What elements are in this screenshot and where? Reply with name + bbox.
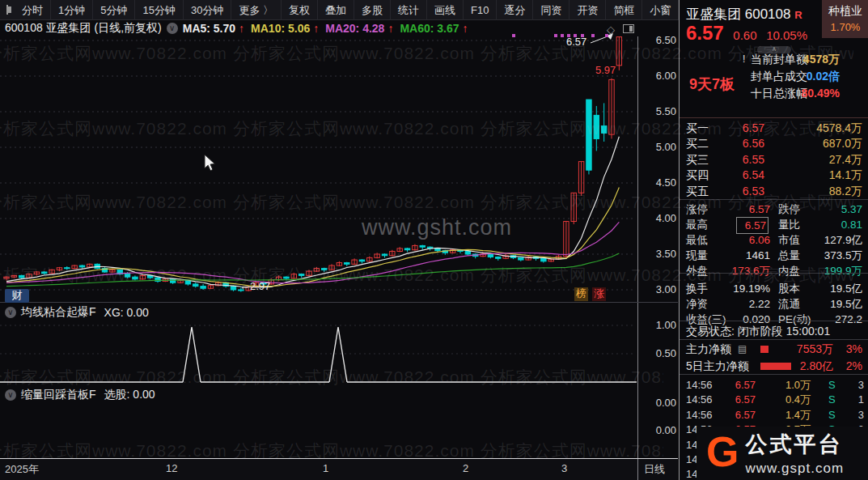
net-inflow-bar: [760, 346, 768, 353]
price-scale-label: 3.50: [639, 248, 676, 260]
finance-tag[interactable]: 财: [5, 289, 29, 303]
seal-info-row: 十日总涨幅80.49%: [680, 86, 868, 101]
price-scale-label: 3.00: [639, 283, 676, 295]
toolbar-item-多股[interactable]: 多股: [354, 0, 391, 20]
symbol-title: 600108 亚盛集团 (日线,前复权): [5, 21, 162, 36]
toolbar-item-逐分[interactable]: 逐分: [497, 0, 533, 20]
bang-badge[interactable]: 榜: [574, 287, 588, 301]
toolbar-item-更多 〉[interactable]: 更多 〉: [231, 0, 282, 20]
price-scale-label: 4.00: [639, 212, 676, 224]
pane1-label[interactable]: 均线粘合起爆F: [21, 305, 96, 320]
period-label[interactable]: 日线: [644, 462, 665, 477]
high-annotation: 6.57: [566, 36, 586, 48]
toolbar-item-F10[interactable]: F10: [464, 0, 497, 20]
toolbar-item-小窗[interactable]: 小窗: [642, 0, 679, 20]
r-badge: R: [794, 9, 802, 21]
price-change-pct: 10.05%: [766, 28, 807, 42]
top-toolbar: 分时1分钟5分钟15分钟30分钟更多 〉 复权叠加多股统计画线F10逐分同资开资…: [0, 0, 678, 20]
diamond-icon[interactable]: ◇: [607, 23, 615, 36]
toolbar-item-同资[interactable]: 同资: [533, 0, 569, 20]
stat-row: 涨停6.57跌停5.37: [680, 202, 868, 217]
axis-label-3: 3: [561, 462, 567, 474]
bid-row-买二[interactable]: 买二6.56687.0万: [680, 136, 868, 151]
industry-name: 种植业: [822, 4, 868, 19]
zhang-badge[interactable]: 涨: [592, 287, 606, 301]
toolbar-item-简框[interactable]: 简框: [606, 0, 642, 20]
stat-row: 现量1461总量373.5万: [680, 248, 868, 263]
pane1-chevron-icon[interactable]: ∨: [5, 307, 16, 318]
main-force-row: 主力净额▤7553万3%: [680, 342, 868, 357]
toolbar-item-开资[interactable]: 开资: [569, 0, 606, 20]
indicator-scale-label: 1.00: [639, 319, 676, 331]
last-price: 6.57: [686, 22, 724, 44]
toolbar-item-分时[interactable]: 分时: [15, 0, 51, 20]
main-candlestick-chart[interactable]: [0, 36, 637, 302]
axis-label-2: 2: [463, 462, 468, 474]
seal-info-row: !当前封单额4578万: [680, 52, 868, 67]
toolbar-item-1分钟[interactable]: 1分钟: [51, 0, 93, 20]
tick-row[interactable]: 14:566.570.4万S1: [680, 392, 868, 407]
toolbar-item-5分钟[interactable]: 5分钟: [93, 0, 135, 20]
chart-title-row: 600108 亚盛集团 (日线,前复权) ∨ MA5: 5.70↑MA10: 5…: [0, 20, 678, 36]
quote-panel: 亚盛集团 600108 R 种植业 1.70% 6.57 0.60 10.05%…: [679, 0, 868, 480]
detail-list-icon[interactable]: ▤: [738, 342, 747, 357]
price-scale-label: 5.00: [639, 141, 676, 153]
alert-icon: !: [743, 52, 745, 67]
split-window-icon[interactable]: [623, 24, 634, 33]
ma-labels: MA5: 5.70↑MA10: 5.06↑MA20: 4.28↑MA60: 3.…: [183, 22, 475, 35]
bid-row-买一[interactable]: 买一6.574578.4万: [680, 121, 868, 136]
axis-label-12: 12: [166, 462, 177, 474]
axis-label-2025年: 2025年: [5, 462, 39, 477]
net-inflow-bar: [760, 363, 791, 370]
bid-row-买四[interactable]: 买四6.5414.1万: [680, 168, 868, 183]
tick-row[interactable]: 14:566.571.4万S3: [680, 407, 868, 423]
tick-row[interactable]: 14:566.571.0万S3: [680, 377, 868, 393]
pane1-label-row: ∨ 均线粘合起爆F XG: 0.00: [0, 304, 637, 321]
stat-row: 净资2.22流通19.5亿: [680, 296, 868, 312]
toolbar-item-15分钟[interactable]: 15分钟: [135, 0, 183, 20]
bid-row-买三[interactable]: 买三6.5527.4万: [680, 152, 868, 168]
gspt-logo-url: www.gspt.com: [745, 461, 844, 477]
price-scale-label: 5.50: [639, 105, 676, 117]
indicator-scale-label: 0.00: [639, 424, 676, 436]
stat-row: 最低6.06市值127.9亿: [680, 232, 868, 248]
stat-row: 换手19.19%股本19.5亿: [680, 281, 868, 296]
pane2-value: 选股: 0.00: [104, 388, 155, 402]
pane1-separator: [0, 302, 678, 303]
trend-up-icon: ↑: [387, 22, 393, 35]
bid-row-买五[interactable]: 买五6.5388.2万: [680, 184, 868, 199]
price-scale-label: 4.50: [639, 176, 676, 189]
stat-row: 外盘173.6万内盘199.9万: [680, 263, 868, 278]
trend-up-icon: ↑: [239, 22, 244, 35]
toolbar-item-叠加[interactable]: 叠加: [318, 0, 354, 20]
signal-spike-pane[interactable]: [0, 318, 637, 383]
price-scale-label: 6.00: [639, 70, 676, 82]
toolbar-item-统计[interactable]: 统计: [391, 0, 427, 20]
last-price-row: 6.57 0.60 10.05%: [686, 22, 868, 45]
toolbar-item-画线[interactable]: 画线: [427, 0, 464, 20]
gspt-logo-name: 公式平台: [745, 430, 844, 459]
stock-app-window: 分时1分钟5分钟15分钟30分钟更多 〉 复权叠加多股统计画线F10逐分同资开资…: [0, 0, 868, 480]
ma-label: MA60: 3.67: [400, 22, 459, 35]
pane2-label[interactable]: 缩量回踩首板F: [21, 388, 96, 402]
toolbar-item-复权[interactable]: 复权: [282, 0, 318, 20]
chevron-down-icon[interactable]: ∨: [167, 23, 178, 34]
toolbar-item-30分钟[interactable]: 30分钟: [184, 0, 231, 20]
ma-label: MA20: 4.28: [325, 22, 384, 35]
pane2-chevron-icon[interactable]: ∨: [5, 389, 16, 401]
price-scale-divider: [637, 36, 638, 458]
seal-info-row: 封单占成交0.02倍: [680, 69, 868, 84]
ma-label: MA10: 5.06: [251, 22, 310, 35]
second-high-annotation: 5.97: [595, 64, 616, 76]
gspt-logo-overlay[interactable]: G 公式平台 www.gspt.com: [697, 427, 868, 480]
pane2-label-row: ∨ 缩量回踩首板F 选股: 0.00: [0, 387, 637, 403]
indicator-scale-label: 0.00: [639, 397, 676, 409]
axis-label-1: 1: [323, 462, 328, 474]
pane1-value: XG: 0.00: [104, 306, 149, 319]
layout-icon[interactable]: [6, 5, 8, 15]
indicator-scale-label: 0.50: [639, 347, 676, 359]
trend-up-icon: ↑: [463, 22, 468, 35]
panel-stock-title: 亚盛集团 600108 R: [686, 5, 824, 23]
trade-status: 交易状态: 闭市阶段 15:00:01: [686, 325, 868, 339]
stat-row: 最高6.57量比0.81: [680, 217, 868, 232]
